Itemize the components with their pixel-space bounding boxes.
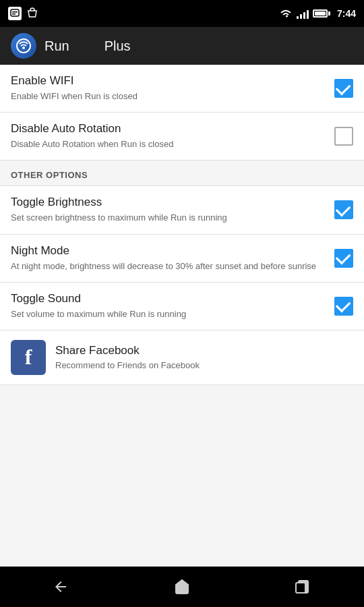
night-mode-title: Night Mode — [11, 244, 326, 258]
svg-rect-2 — [12, 13, 16, 15]
toggle-brightness-item[interactable]: Toggle Brightness Set screen brightness … — [0, 186, 364, 234]
disable-rotation-item[interactable]: Disable Auto Rotation Disable Auto Rotat… — [0, 113, 364, 161]
enable-wifi-title: Enable WIFI — [11, 74, 326, 88]
toggle-sound-title: Toggle Sound — [11, 292, 326, 306]
app-subtitle: Plus — [104, 38, 131, 54]
enable-wifi-checkbox[interactable] — [334, 79, 353, 98]
status-time: 7:44 — [337, 8, 356, 19]
night-mode-text: Night Mode At night mode, brightness wil… — [11, 244, 334, 272]
app-icon — [11, 33, 36, 59]
share-facebook-item[interactable]: f Share Facebook Recommend to Friends on… — [0, 330, 364, 385]
night-mode-item[interactable]: Night Mode At night mode, brightness wil… — [0, 235, 364, 283]
recent-apps-button[interactable] — [283, 573, 324, 600]
facebook-icon: f — [11, 340, 46, 375]
toggle-sound-checkbox[interactable] — [334, 297, 353, 316]
svg-rect-1 — [12, 11, 18, 13]
toggle-brightness-title: Toggle Brightness — [11, 196, 326, 209]
svg-rect-0 — [11, 9, 19, 16]
bag-icon — [26, 7, 39, 20]
nav-bar — [0, 567, 364, 607]
facebook-desc: Recommend to Friends on Facebook — [55, 360, 200, 370]
back-button[interactable] — [40, 573, 81, 600]
toggle-brightness-desc: Set screen brightness to maximum while R… — [11, 212, 326, 224]
home-button[interactable] — [162, 573, 202, 600]
toggle-brightness-checkbox[interactable] — [334, 200, 353, 219]
toggle-brightness-text: Toggle Brightness Set screen brightness … — [11, 196, 334, 224]
svg-point-4 — [22, 47, 25, 49]
battery-icon — [313, 9, 330, 18]
enable-wifi-desc: Enable WIFI when Run is closed — [11, 90, 326, 103]
toggle-sound-desc: Set volume to maximum while Run is runni… — [11, 308, 326, 320]
status-bar: 7:44 — [0, 0, 364, 27]
enable-wifi-item[interactable]: Enable WIFI Enable WIFI when Run is clos… — [0, 65, 364, 113]
facebook-title: Share Facebook — [55, 344, 200, 357]
status-bar-left — [8, 7, 39, 20]
signal-icon — [297, 8, 309, 19]
status-bar-right: 7:44 — [279, 8, 356, 19]
svg-rect-6 — [296, 583, 305, 593]
disable-rotation-desc: Disable Auto Rotation when Run is closed — [11, 138, 326, 150]
wifi-icon — [279, 9, 293, 18]
night-mode-desc: At night mode, brightness will decrease … — [11, 260, 326, 272]
night-mode-checkbox[interactable] — [334, 249, 353, 268]
enable-wifi-text: Enable WIFI Enable WIFI when Run is clos… — [11, 74, 334, 103]
toggle-sound-text: Toggle Sound Set volume to maximum while… — [11, 292, 334, 320]
toggle-sound-item[interactable]: Toggle Sound Set volume to maximum while… — [0, 283, 364, 330]
disable-rotation-title: Disable Auto Rotation — [11, 122, 326, 136]
facebook-text: Share Facebook Recommend to Friends on F… — [55, 344, 200, 370]
svg-point-3 — [17, 39, 30, 53]
other-options-header: OTHER OPTIONS — [0, 161, 364, 185]
disable-rotation-checkbox[interactable] — [334, 127, 353, 146]
bbm-icon — [8, 7, 22, 20]
disable-rotation-text: Disable Auto Rotation Disable Auto Rotat… — [11, 122, 334, 150]
app-title: Run — [44, 38, 69, 54]
content-area: Enable WIFI Enable WIFI when Run is clos… — [0, 65, 364, 567]
app-bar: Run Plus — [0, 27, 364, 65]
